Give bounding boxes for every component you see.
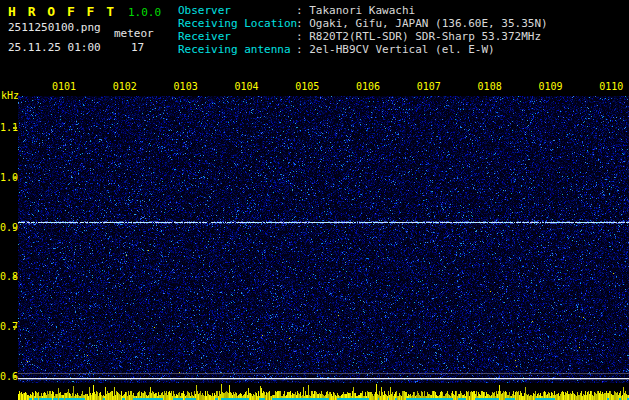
info-row: Receiving antenna: 2el-HB9CV Vertical (e… (178, 43, 548, 56)
app-version: 1.0.0 (128, 6, 161, 19)
info-label: Observer (178, 4, 296, 17)
time-tick-label: 0102 (113, 81, 137, 92)
freq-tick-label: 0.9 (0, 222, 18, 233)
hrofft-window: H R O F F T 1.0.0 2511250100.png meteor … (0, 0, 629, 400)
freq-tick-mark (13, 127, 17, 129)
time-tick-label: 0101 (52, 81, 76, 92)
info-row: Receiving Location: Ogaki, Gifu, JAPAN (… (178, 17, 548, 30)
info-label: Receiver (178, 30, 296, 43)
freq-tick-label: 0.6 (0, 371, 18, 382)
info-label: Receiving antenna (178, 43, 296, 56)
info-value: : Takanori Kawachi (296, 4, 415, 17)
freq-tick-mark (13, 326, 17, 328)
info-row: Receiver: R820T2(RTL-SDR) SDR-Sharp 53.3… (178, 30, 548, 43)
freq-tick-label: 0.8 (0, 271, 18, 282)
mode-label: meteor (114, 27, 154, 40)
spectrogram-canvas (18, 96, 629, 400)
station-info: Observer: Takanori KawachiReceiving Loca… (178, 4, 548, 56)
freq-tick-mark (13, 177, 17, 179)
freq-tick-mark (13, 376, 17, 378)
freq-tick-label: 0.7 (0, 321, 18, 332)
freq-tick-mark (13, 227, 17, 229)
info-label: Receiving Location (178, 17, 296, 30)
time-tick-label: 0109 (538, 81, 562, 92)
info-value: : R820T2(RTL-SDR) SDR-Sharp 53.372MHz (296, 30, 541, 43)
time-tick-label: 0104 (234, 81, 258, 92)
info-value: : Ogaki, Gifu, JAPAN (136.60E, 35.35N) (296, 17, 548, 30)
observation-datetime: 25.11.25 01:00 (8, 41, 101, 54)
output-filename: 2511250100.png (8, 21, 101, 34)
app-title: H R O F F T (8, 4, 116, 19)
time-tick-label: 0110 (599, 81, 623, 92)
time-tick-label: 0105 (295, 81, 319, 92)
time-tick-label: 0106 (356, 81, 380, 92)
info-value: : 2el-HB9CV Vertical (el. E-W) (296, 43, 495, 56)
time-axis: 0101010201030104010501060107010801090110 (0, 81, 629, 94)
echo-count: 17 (131, 41, 144, 54)
freq-tick-mark (13, 276, 17, 278)
time-tick-label: 0108 (478, 81, 502, 92)
time-tick-label: 0103 (174, 81, 198, 92)
time-tick-label: 0107 (417, 81, 441, 92)
freq-tick-label: 1.1 (0, 122, 18, 133)
freq-tick-label: 1.0 (0, 172, 18, 183)
info-row: Observer: Takanori Kawachi (178, 4, 548, 17)
